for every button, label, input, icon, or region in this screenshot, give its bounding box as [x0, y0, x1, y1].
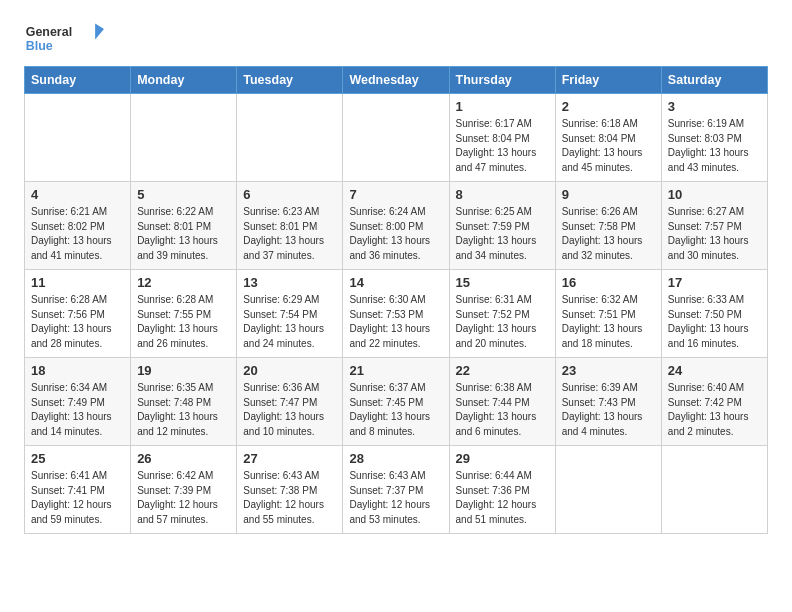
- day-cell: 29Sunrise: 6:44 AMSunset: 7:36 PMDayligh…: [449, 446, 555, 534]
- cell-content: Sunrise: 6:39 AMSunset: 7:43 PMDaylight:…: [562, 381, 655, 439]
- day-cell: 12Sunrise: 6:28 AMSunset: 7:55 PMDayligh…: [131, 270, 237, 358]
- day-number: 23: [562, 363, 655, 378]
- cell-content: Sunrise: 6:31 AMSunset: 7:52 PMDaylight:…: [456, 293, 549, 351]
- day-cell: 13Sunrise: 6:29 AMSunset: 7:54 PMDayligh…: [237, 270, 343, 358]
- day-cell: 17Sunrise: 6:33 AMSunset: 7:50 PMDayligh…: [661, 270, 767, 358]
- day-cell: 21Sunrise: 6:37 AMSunset: 7:45 PMDayligh…: [343, 358, 449, 446]
- day-number: 28: [349, 451, 442, 466]
- day-cell: [237, 94, 343, 182]
- logo-svg: General Blue: [24, 20, 104, 60]
- cell-content: Sunrise: 6:24 AMSunset: 8:00 PMDaylight:…: [349, 205, 442, 263]
- logo: General Blue: [24, 20, 104, 60]
- week-row-1: 1Sunrise: 6:17 AMSunset: 8:04 PMDaylight…: [25, 94, 768, 182]
- header-cell-tuesday: Tuesday: [237, 67, 343, 94]
- cell-content: Sunrise: 6:25 AMSunset: 7:59 PMDaylight:…: [456, 205, 549, 263]
- day-number: 10: [668, 187, 761, 202]
- day-number: 14: [349, 275, 442, 290]
- cell-content: Sunrise: 6:41 AMSunset: 7:41 PMDaylight:…: [31, 469, 124, 527]
- day-cell: 22Sunrise: 6:38 AMSunset: 7:44 PMDayligh…: [449, 358, 555, 446]
- day-cell: 15Sunrise: 6:31 AMSunset: 7:52 PMDayligh…: [449, 270, 555, 358]
- cell-content: Sunrise: 6:23 AMSunset: 8:01 PMDaylight:…: [243, 205, 336, 263]
- header-cell-sunday: Sunday: [25, 67, 131, 94]
- day-cell: 20Sunrise: 6:36 AMSunset: 7:47 PMDayligh…: [237, 358, 343, 446]
- day-cell: 4Sunrise: 6:21 AMSunset: 8:02 PMDaylight…: [25, 182, 131, 270]
- day-number: 25: [31, 451, 124, 466]
- cell-content: Sunrise: 6:18 AMSunset: 8:04 PMDaylight:…: [562, 117, 655, 175]
- cell-content: Sunrise: 6:43 AMSunset: 7:38 PMDaylight:…: [243, 469, 336, 527]
- day-cell: 7Sunrise: 6:24 AMSunset: 8:00 PMDaylight…: [343, 182, 449, 270]
- day-number: 1: [456, 99, 549, 114]
- day-number: 15: [456, 275, 549, 290]
- cell-content: Sunrise: 6:37 AMSunset: 7:45 PMDaylight:…: [349, 381, 442, 439]
- day-number: 6: [243, 187, 336, 202]
- day-cell: [661, 446, 767, 534]
- cell-content: Sunrise: 6:19 AMSunset: 8:03 PMDaylight:…: [668, 117, 761, 175]
- day-number: 16: [562, 275, 655, 290]
- day-number: 29: [456, 451, 549, 466]
- day-cell: 19Sunrise: 6:35 AMSunset: 7:48 PMDayligh…: [131, 358, 237, 446]
- cell-content: Sunrise: 6:29 AMSunset: 7:54 PMDaylight:…: [243, 293, 336, 351]
- cell-content: Sunrise: 6:27 AMSunset: 7:57 PMDaylight:…: [668, 205, 761, 263]
- cell-content: Sunrise: 6:40 AMSunset: 7:42 PMDaylight:…: [668, 381, 761, 439]
- day-cell: [343, 94, 449, 182]
- cell-content: Sunrise: 6:28 AMSunset: 7:55 PMDaylight:…: [137, 293, 230, 351]
- cell-content: Sunrise: 6:26 AMSunset: 7:58 PMDaylight:…: [562, 205, 655, 263]
- cell-content: Sunrise: 6:22 AMSunset: 8:01 PMDaylight:…: [137, 205, 230, 263]
- day-cell: 3Sunrise: 6:19 AMSunset: 8:03 PMDaylight…: [661, 94, 767, 182]
- day-number: 5: [137, 187, 230, 202]
- svg-text:Blue: Blue: [26, 39, 53, 53]
- cell-content: Sunrise: 6:17 AMSunset: 8:04 PMDaylight:…: [456, 117, 549, 175]
- cell-content: Sunrise: 6:21 AMSunset: 8:02 PMDaylight:…: [31, 205, 124, 263]
- day-cell: 25Sunrise: 6:41 AMSunset: 7:41 PMDayligh…: [25, 446, 131, 534]
- cell-content: Sunrise: 6:43 AMSunset: 7:37 PMDaylight:…: [349, 469, 442, 527]
- day-number: 9: [562, 187, 655, 202]
- week-row-5: 25Sunrise: 6:41 AMSunset: 7:41 PMDayligh…: [25, 446, 768, 534]
- day-cell: 6Sunrise: 6:23 AMSunset: 8:01 PMDaylight…: [237, 182, 343, 270]
- day-number: 26: [137, 451, 230, 466]
- day-cell: 18Sunrise: 6:34 AMSunset: 7:49 PMDayligh…: [25, 358, 131, 446]
- cell-content: Sunrise: 6:33 AMSunset: 7:50 PMDaylight:…: [668, 293, 761, 351]
- day-number: 19: [137, 363, 230, 378]
- header-cell-saturday: Saturday: [661, 67, 767, 94]
- day-number: 21: [349, 363, 442, 378]
- day-cell: 2Sunrise: 6:18 AMSunset: 8:04 PMDaylight…: [555, 94, 661, 182]
- day-number: 7: [349, 187, 442, 202]
- day-cell: 16Sunrise: 6:32 AMSunset: 7:51 PMDayligh…: [555, 270, 661, 358]
- svg-marker-2: [95, 24, 104, 40]
- svg-text:General: General: [26, 25, 72, 39]
- day-number: 4: [31, 187, 124, 202]
- day-cell: 23Sunrise: 6:39 AMSunset: 7:43 PMDayligh…: [555, 358, 661, 446]
- day-number: 3: [668, 99, 761, 114]
- day-number: 20: [243, 363, 336, 378]
- day-number: 2: [562, 99, 655, 114]
- day-cell: [555, 446, 661, 534]
- week-row-3: 11Sunrise: 6:28 AMSunset: 7:56 PMDayligh…: [25, 270, 768, 358]
- week-row-2: 4Sunrise: 6:21 AMSunset: 8:02 PMDaylight…: [25, 182, 768, 270]
- day-cell: 24Sunrise: 6:40 AMSunset: 7:42 PMDayligh…: [661, 358, 767, 446]
- day-cell: 5Sunrise: 6:22 AMSunset: 8:01 PMDaylight…: [131, 182, 237, 270]
- header-cell-friday: Friday: [555, 67, 661, 94]
- header-row: SundayMondayTuesdayWednesdayThursdayFrid…: [25, 67, 768, 94]
- day-cell: 10Sunrise: 6:27 AMSunset: 7:57 PMDayligh…: [661, 182, 767, 270]
- cell-content: Sunrise: 6:34 AMSunset: 7:49 PMDaylight:…: [31, 381, 124, 439]
- day-cell: 28Sunrise: 6:43 AMSunset: 7:37 PMDayligh…: [343, 446, 449, 534]
- day-cell: [25, 94, 131, 182]
- cell-content: Sunrise: 6:38 AMSunset: 7:44 PMDaylight:…: [456, 381, 549, 439]
- day-number: 11: [31, 275, 124, 290]
- header-cell-monday: Monday: [131, 67, 237, 94]
- cell-content: Sunrise: 6:36 AMSunset: 7:47 PMDaylight:…: [243, 381, 336, 439]
- day-number: 13: [243, 275, 336, 290]
- day-number: 22: [456, 363, 549, 378]
- day-cell: 27Sunrise: 6:43 AMSunset: 7:38 PMDayligh…: [237, 446, 343, 534]
- cell-content: Sunrise: 6:30 AMSunset: 7:53 PMDaylight:…: [349, 293, 442, 351]
- day-cell: 9Sunrise: 6:26 AMSunset: 7:58 PMDaylight…: [555, 182, 661, 270]
- day-cell: 14Sunrise: 6:30 AMSunset: 7:53 PMDayligh…: [343, 270, 449, 358]
- calendar-table: SundayMondayTuesdayWednesdayThursdayFrid…: [24, 66, 768, 534]
- cell-content: Sunrise: 6:42 AMSunset: 7:39 PMDaylight:…: [137, 469, 230, 527]
- header: General Blue: [24, 20, 768, 60]
- day-cell: 1Sunrise: 6:17 AMSunset: 8:04 PMDaylight…: [449, 94, 555, 182]
- day-number: 8: [456, 187, 549, 202]
- day-cell: 11Sunrise: 6:28 AMSunset: 7:56 PMDayligh…: [25, 270, 131, 358]
- day-number: 24: [668, 363, 761, 378]
- day-cell: [131, 94, 237, 182]
